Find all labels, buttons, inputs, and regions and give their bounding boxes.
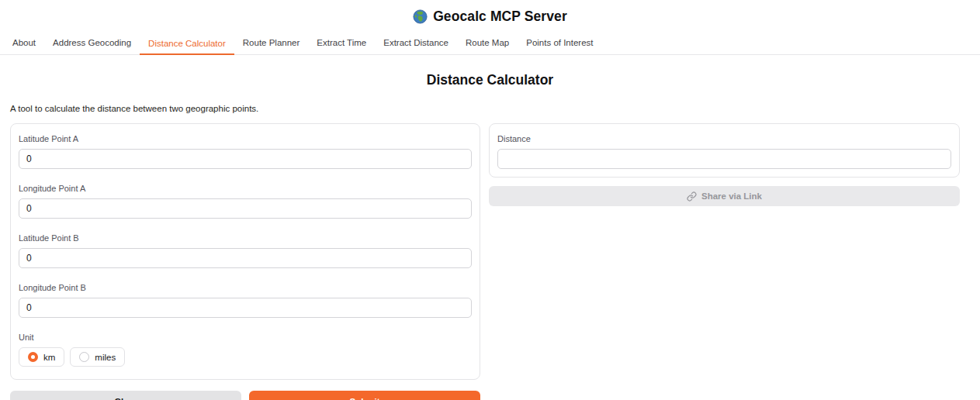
share-via-link-button[interactable]: Share via Link: [489, 186, 960, 206]
field-longitude-a: Longitude Point A: [19, 184, 472, 219]
tab-distance-calculator[interactable]: Distance Calculator: [140, 33, 234, 55]
tab-extract-time[interactable]: Extract Time: [308, 32, 375, 54]
longitude-a-input[interactable]: [19, 198, 472, 219]
app-title: Geocalc MCP Server: [433, 9, 567, 25]
clear-button[interactable]: Clear: [10, 391, 241, 400]
field-latitude-b: Latitude Point B: [19, 233, 472, 268]
link-icon: [687, 191, 697, 202]
tab-route-planner[interactable]: Route Planner: [234, 32, 309, 54]
form-actions: Clear Submit: [10, 391, 480, 400]
unit-group: Unit km miles: [19, 333, 472, 367]
radio-icon-km: [28, 352, 38, 362]
submit-button[interactable]: Submit: [249, 391, 480, 400]
radio-icon-miles: [79, 352, 89, 362]
latitude-b-label: Latitude Point B: [19, 233, 472, 243]
page-description: A tool to calculate the distance between…: [10, 104, 980, 113]
field-latitude-a: Latitude Point A: [19, 134, 472, 169]
content-area: Latitude Point A Longitude Point A Latit…: [10, 123, 960, 400]
page-title: Distance Calculator: [0, 72, 980, 88]
field-distance: Distance: [497, 134, 951, 169]
input-form-card: Latitude Point A Longitude Point A Latit…: [10, 123, 480, 380]
form-column: Latitude Point A Longitude Point A Latit…: [10, 123, 480, 400]
unit-label: Unit: [19, 333, 472, 342]
unit-miles-label: miles: [95, 353, 116, 362]
field-longitude-b: Longitude Point B: [19, 283, 472, 318]
unit-option-km[interactable]: km: [19, 347, 64, 367]
output-column: Distance Share via Link: [489, 123, 960, 206]
unit-options: km miles: [19, 347, 472, 367]
globe-icon: [413, 9, 428, 24]
distance-output: [497, 149, 951, 169]
unit-option-miles[interactable]: miles: [70, 347, 125, 367]
nav-tabs: About Address Geocoding Distance Calcula…: [0, 32, 980, 55]
unit-km-label: km: [43, 353, 55, 362]
tab-about[interactable]: About: [4, 32, 44, 54]
output-card: Distance: [489, 123, 960, 178]
longitude-b-label: Longitude Point B: [19, 283, 472, 292]
latitude-a-label: Latitude Point A: [19, 134, 472, 143]
tab-route-map[interactable]: Route Map: [457, 32, 518, 54]
longitude-b-input[interactable]: [19, 298, 472, 318]
tab-points-of-interest[interactable]: Points of Interest: [518, 32, 601, 54]
longitude-a-label: Longitude Point A: [19, 184, 472, 193]
distance-label: Distance: [497, 134, 951, 143]
latitude-a-input[interactable]: [19, 149, 472, 169]
share-via-link-label: Share via Link: [701, 191, 762, 201]
latitude-b-input[interactable]: [19, 248, 472, 268]
tab-extract-distance[interactable]: Extract Distance: [375, 32, 457, 54]
app-header: Geocalc MCP Server: [0, 0, 980, 25]
tab-address-geocoding[interactable]: Address Geocoding: [44, 32, 140, 54]
